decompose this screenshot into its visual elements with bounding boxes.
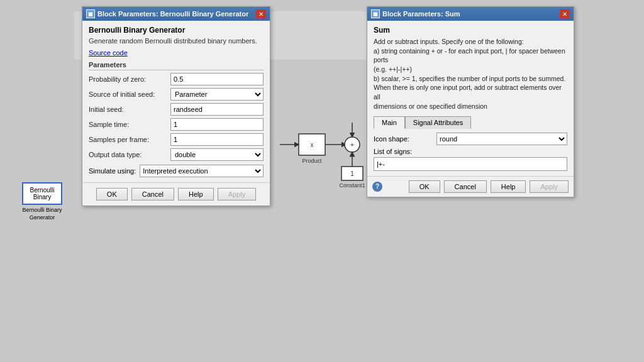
svg-text:x: x (311, 141, 314, 148)
sum-signs-input[interactable] (374, 157, 567, 171)
param-probability-label: Probability of zero: (89, 75, 170, 83)
sum-dialog-body: Sum Add or subtract inputs. Specify one … (367, 21, 574, 176)
bernoulli-description: Generate random Bernoulli distributed bi… (89, 37, 264, 45)
param-samplesframe-row: Samples per frame: (89, 133, 264, 146)
sum-icon-shape-label: Icon shape: (374, 135, 436, 143)
bernoulli-cancel-button[interactable]: Cancel (131, 188, 174, 200)
param-datatype-select[interactable]: double (170, 148, 264, 161)
bernoulli-block-line2: Binary (30, 194, 55, 200)
bernoulli-block-box: Bernoulli Binary (22, 182, 62, 205)
sum-icon-shape-row: Icon shape: round rectangular (374, 133, 567, 145)
sum-dialog-title: Block Parameters: Sum (382, 10, 460, 18)
sum-ok-button[interactable]: OK (409, 180, 440, 193)
sum-icon-shape-select[interactable]: round rectangular (436, 133, 567, 145)
simulate-select[interactable]: Interpreted execution (140, 165, 264, 177)
tab-signal-attributes[interactable]: Signal Attributes (405, 116, 472, 129)
param-sampletime-row: Sample time: (89, 118, 264, 131)
block-diagram-svg: x Product + 1 Constant1 (274, 110, 377, 198)
sum-description: Add or subtract inputs. Specify one of t… (374, 37, 567, 111)
tab-main[interactable]: Main (374, 116, 405, 129)
sum-apply-button[interactable]: Apply (530, 180, 569, 193)
param-source-select[interactable]: Parameter (170, 88, 264, 101)
bernoulli-help-button[interactable]: Help (178, 188, 214, 200)
sum-tabs: Main Signal Attributes (374, 116, 567, 129)
sum-footer: ? OK Cancel Help Apply (367, 176, 574, 197)
svg-text:+: + (350, 141, 354, 148)
bernoulli-dialog-icon: ▦ (86, 9, 95, 18)
sum-footer-buttons: OK Cancel Help Apply (409, 180, 569, 193)
bernoulli-close-button[interactable]: ✕ (256, 9, 266, 18)
svg-text:Constant1: Constant1 (339, 182, 365, 189)
param-sampletime-label: Sample time: (89, 121, 170, 128)
bernoulli-source-code-link[interactable]: Source code (89, 49, 128, 57)
param-seed-label: Initial seed: (89, 106, 170, 113)
param-probability-row: Probability of zero: (89, 73, 264, 85)
bernoulli-ok-button[interactable]: OK (96, 188, 128, 200)
bernoulli-subtitle: Bernoulli Binary Generator (89, 26, 264, 35)
bernoulli-apply-button[interactable]: Apply (218, 188, 257, 200)
sum-dialog-titlebar: ▦ Block Parameters: Sum ✕ (367, 7, 574, 21)
sum-signs-label: List of signs: (374, 148, 567, 155)
sum-help-button[interactable]: Help (491, 180, 526, 193)
svg-text:Product: Product (302, 158, 322, 164)
param-samplesframe-input[interactable] (170, 133, 264, 146)
simulate-label: Simulate using: (89, 167, 136, 175)
sum-subtitle: Sum (374, 26, 567, 35)
param-datatype-row: Output data type: double (89, 148, 264, 161)
bernoulli-parameters-section: Parameters (89, 61, 264, 70)
bernoulli-footer: OK Cancel Help Apply (82, 182, 270, 206)
bernoulli-dialog-title: Block Parameters: Bernoulli Binary Gener… (97, 10, 248, 18)
sum-close-button[interactable]: ✕ (560, 9, 570, 18)
param-datatype-label: Output data type: (89, 151, 170, 158)
sum-tab-content: Icon shape: round rectangular List of si… (374, 133, 567, 171)
param-sampletime-input[interactable] (170, 118, 264, 131)
param-probability-input[interactable] (170, 73, 264, 85)
param-source-label: Source of initial seed: (89, 90, 170, 98)
param-source-row: Source of initial seed: Parameter (89, 88, 264, 101)
sum-help-icon[interactable]: ? (372, 182, 382, 192)
bernoulli-block-visual: Bernoulli Binary Bernoulli Binary Genera… (22, 182, 62, 221)
bernoulli-dialog-body: Bernoulli Binary Generator Generate rand… (82, 21, 270, 182)
bernoulli-dialog-titlebar: ▦ Block Parameters: Bernoulli Binary Gen… (82, 7, 270, 21)
param-seed-input[interactable] (170, 103, 264, 116)
svg-text:1: 1 (350, 170, 354, 177)
bernoulli-block-line1: Bernoulli (30, 187, 55, 194)
sum-cancel-button[interactable]: Cancel (444, 180, 487, 193)
bernoulli-block-label: Bernoulli Binary Generator (22, 207, 62, 221)
param-samplesframe-label: Samples per frame: (89, 136, 170, 143)
sum-dialog: ▦ Block Parameters: Sum ✕ Sum Add or sub… (367, 6, 574, 197)
bernoulli-dialog: ▦ Block Parameters: Bernoulli Binary Gen… (82, 6, 270, 206)
param-seed-row: Initial seed: (89, 103, 264, 116)
simulate-row: Simulate using: Interpreted execution (89, 165, 264, 177)
sum-dialog-icon: ▦ (371, 9, 380, 18)
